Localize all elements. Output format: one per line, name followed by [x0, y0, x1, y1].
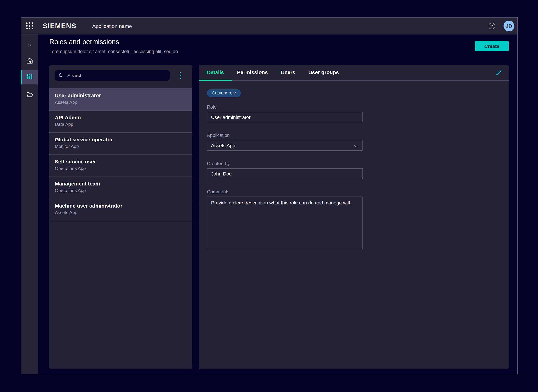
role-title: User administrator — [55, 92, 187, 99]
active-indicator — [21, 70, 22, 84]
app-launcher-icon[interactable] — [26, 23, 33, 29]
sidebar: » — [21, 34, 38, 374]
panels-row: User administrator Assets App API Admin … — [49, 65, 509, 369]
edit-button[interactable] — [495, 69, 502, 76]
list-item[interactable]: Self service user Operations App — [49, 155, 192, 177]
tab-permissions[interactable]: Permissions — [237, 65, 268, 80]
application-name: Application name — [92, 23, 132, 29]
avatar[interactable]: JD — [504, 20, 514, 31]
roles-list-panel: User administrator Assets App API Admin … — [49, 65, 192, 369]
list-item[interactable]: API Admin Data App — [49, 111, 192, 133]
role-detail-panel: Details Permissions Users User groups — [199, 65, 509, 369]
list-item[interactable]: User administrator Assets App — [49, 89, 192, 111]
application-select[interactable]: Assets App — [207, 140, 363, 151]
pencil-icon — [495, 69, 502, 76]
sidebar-item-home[interactable] — [21, 56, 38, 66]
main-area: » — [21, 34, 517, 374]
role-title: Global service operator — [55, 136, 187, 143]
search-icon — [58, 73, 64, 78]
role-label: Role — [207, 104, 363, 110]
active-tab-underline — [199, 80, 232, 81]
tab-users[interactable]: Users — [281, 65, 295, 80]
created-by-input[interactable] — [207, 168, 363, 179]
role-app: Data App — [55, 122, 187, 127]
role-title: Machine user administrator — [55, 202, 187, 209]
list-item[interactable]: Machine user administrator Assets App — [49, 199, 192, 221]
roles-list: User administrator Assets App API Admin … — [49, 88, 192, 221]
custom-role-badge: Custom role — [207, 89, 241, 97]
sidebar-expand-icon[interactable]: » — [21, 41, 38, 49]
sidebar-item-files[interactable] — [21, 90, 38, 100]
app-window: SIEMENS Application name ? JD » — [21, 17, 518, 374]
app-root: SIEMENS Application name ? JD » — [0, 0, 538, 392]
role-title: Self service user — [55, 158, 187, 165]
role-app: Monitor App — [55, 144, 187, 149]
role-title: API Admin — [55, 114, 187, 121]
page-title: Roles and permissions — [49, 38, 178, 46]
folder-icon — [25, 90, 34, 100]
siemens-logo: SIEMENS — [43, 22, 76, 30]
top-bar: SIEMENS Application name ? JD — [21, 18, 517, 34]
list-item[interactable]: Management team Operations App — [49, 177, 192, 199]
page-header: Roles and permissions Lorem ipsum dolor … — [49, 38, 178, 54]
content-area: Roles and permissions Lorem ipsum dolor … — [38, 34, 517, 374]
created-by-field-group: Created by — [207, 161, 363, 179]
search-box[interactable] — [55, 70, 170, 81]
list-item[interactable]: Global service operator Monitor App — [49, 133, 192, 155]
application-field-group: Application Assets App — [207, 133, 363, 151]
page-subtitle: Lorem ipsum dolor sit amet, consectetur … — [49, 49, 178, 54]
tab-bar: Details Permissions Users User groups — [199, 65, 509, 81]
tab-details[interactable]: Details — [207, 65, 224, 80]
role-field-group: Role — [207, 104, 363, 122]
role-app: Operations App — [55, 188, 187, 193]
role-app: Assets App — [55, 210, 187, 215]
sidebar-item-users[interactable] — [21, 70, 38, 84]
role-app: Assets App — [55, 100, 187, 105]
comments-field-group: Comments Provide a clear description wha… — [207, 189, 363, 251]
role-title: Management team — [55, 180, 187, 187]
create-button[interactable]: Create — [475, 41, 509, 51]
search-row — [49, 65, 192, 81]
help-icon[interactable]: ? — [489, 23, 495, 29]
tab-user-groups[interactable]: User groups — [308, 65, 339, 80]
role-input[interactable] — [207, 112, 363, 122]
users-icon — [25, 72, 34, 83]
comments-textarea[interactable]: Provide a clear description what this ro… — [207, 196, 363, 249]
application-select-value: Assets App — [211, 143, 235, 148]
application-label: Application — [207, 133, 363, 138]
kebab-menu-icon[interactable] — [178, 71, 182, 80]
role-app: Operations App — [55, 166, 187, 171]
details-form: Custom role Role Application Assets App — [199, 81, 509, 251]
search-input[interactable] — [66, 72, 166, 79]
comments-label: Comments — [207, 189, 363, 194]
home-icon — [25, 56, 34, 66]
created-by-label: Created by — [207, 161, 363, 166]
chevron-down-icon — [354, 144, 358, 148]
